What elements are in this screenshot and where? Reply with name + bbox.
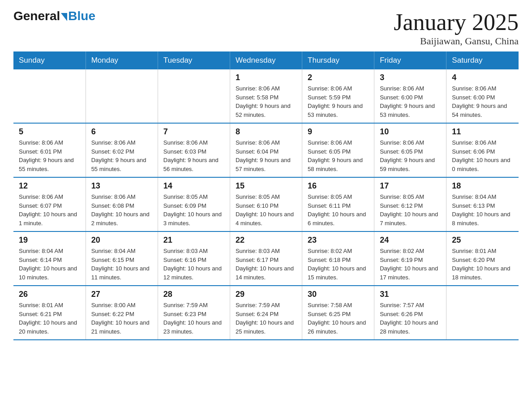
table-row: 10Sunrise: 8:06 AM Sunset: 6:05 PM Dayli…	[374, 123, 446, 177]
table-row: 8Sunrise: 8:06 AM Sunset: 6:04 PM Daylig…	[230, 123, 302, 177]
day-info: Sunrise: 8:01 AM Sunset: 6:20 PM Dayligh…	[452, 247, 513, 282]
day-number: 3	[380, 73, 441, 82]
day-info: Sunrise: 8:06 AM Sunset: 6:03 PM Dayligh…	[163, 138, 224, 173]
day-number: 21	[163, 235, 224, 245]
day-info: Sunrise: 8:04 AM Sunset: 6:14 PM Dayligh…	[19, 247, 80, 282]
logo-arrow-icon	[61, 13, 67, 21]
day-number: 7	[163, 127, 224, 137]
table-row: 15Sunrise: 8:05 AM Sunset: 6:10 PM Dayli…	[230, 177, 302, 231]
table-row: 31Sunrise: 7:57 AM Sunset: 6:26 PM Dayli…	[374, 286, 446, 340]
day-number: 16	[308, 181, 369, 191]
day-number: 14	[163, 181, 224, 191]
table-row: 1Sunrise: 8:06 AM Sunset: 5:58 PM Daylig…	[230, 69, 302, 123]
table-row: 18Sunrise: 8:04 AM Sunset: 6:13 PM Dayli…	[446, 177, 519, 231]
header-tuesday: Tuesday	[158, 51, 230, 69]
day-number: 26	[19, 290, 80, 299]
table-row: 14Sunrise: 8:05 AM Sunset: 6:09 PM Dayli…	[158, 177, 230, 231]
day-number: 31	[380, 290, 441, 299]
day-number: 23	[308, 235, 369, 245]
day-info: Sunrise: 8:02 AM Sunset: 6:19 PM Dayligh…	[380, 247, 441, 282]
logo-blue-text: Blue	[68, 9, 95, 23]
table-row: 25Sunrise: 8:01 AM Sunset: 6:20 PM Dayli…	[446, 231, 519, 286]
table-row: 11Sunrise: 8:06 AM Sunset: 6:06 PM Dayli…	[446, 123, 519, 177]
day-info: Sunrise: 8:06 AM Sunset: 5:58 PM Dayligh…	[236, 84, 296, 119]
table-row	[446, 286, 519, 340]
logo-general-text: General	[13, 9, 60, 23]
day-info: Sunrise: 8:06 AM Sunset: 6:04 PM Dayligh…	[236, 138, 296, 173]
day-number: 22	[236, 235, 296, 245]
day-info: Sunrise: 8:00 AM Sunset: 6:22 PM Dayligh…	[91, 301, 152, 336]
table-row: 7Sunrise: 8:06 AM Sunset: 6:03 PM Daylig…	[158, 123, 230, 177]
header-monday: Monday	[86, 51, 158, 69]
calendar-subtitle: Baijiawan, Gansu, China	[394, 35, 519, 47]
day-number: 8	[236, 127, 296, 137]
table-row: 21Sunrise: 8:03 AM Sunset: 6:16 PM Dayli…	[158, 231, 230, 286]
title-area: January 2025 Baijiawan, Gansu, China	[394, 9, 519, 47]
day-info: Sunrise: 8:01 AM Sunset: 6:21 PM Dayligh…	[19, 301, 80, 336]
page-header: General Blue January 2025 Baijiawan, Gan…	[13, 9, 519, 47]
day-info: Sunrise: 8:06 AM Sunset: 6:05 PM Dayligh…	[308, 138, 369, 173]
day-number: 18	[452, 181, 513, 191]
table-row: 12Sunrise: 8:06 AM Sunset: 6:07 PM Dayli…	[13, 177, 86, 231]
table-row: 2Sunrise: 8:06 AM Sunset: 5:59 PM Daylig…	[302, 69, 374, 123]
day-info: Sunrise: 7:57 AM Sunset: 6:26 PM Dayligh…	[380, 301, 441, 336]
day-info: Sunrise: 8:06 AM Sunset: 6:08 PM Dayligh…	[91, 193, 152, 227]
day-number: 15	[236, 181, 296, 191]
table-row: 5Sunrise: 8:06 AM Sunset: 6:01 PM Daylig…	[13, 123, 86, 177]
table-row: 30Sunrise: 7:58 AM Sunset: 6:25 PM Dayli…	[302, 286, 374, 340]
calendar-week-row: 26Sunrise: 8:01 AM Sunset: 6:21 PM Dayli…	[13, 286, 519, 340]
table-row	[158, 69, 230, 123]
day-number: 28	[163, 290, 224, 299]
day-info: Sunrise: 8:05 AM Sunset: 6:09 PM Dayligh…	[163, 193, 224, 227]
day-info: Sunrise: 7:59 AM Sunset: 6:23 PM Dayligh…	[163, 301, 224, 336]
table-row: 13Sunrise: 8:06 AM Sunset: 6:08 PM Dayli…	[86, 177, 158, 231]
day-info: Sunrise: 8:06 AM Sunset: 6:00 PM Dayligh…	[380, 84, 441, 119]
table-row: 19Sunrise: 8:04 AM Sunset: 6:14 PM Dayli…	[13, 231, 86, 286]
day-info: Sunrise: 8:05 AM Sunset: 6:12 PM Dayligh…	[380, 193, 441, 227]
table-row: 27Sunrise: 8:00 AM Sunset: 6:22 PM Dayli…	[86, 286, 158, 340]
table-row: 29Sunrise: 7:59 AM Sunset: 6:24 PM Dayli…	[230, 286, 302, 340]
calendar-week-row: 1Sunrise: 8:06 AM Sunset: 5:58 PM Daylig…	[13, 69, 519, 123]
calendar-table: Sunday Monday Tuesday Wednesday Thursday…	[13, 51, 519, 340]
table-row: 6Sunrise: 8:06 AM Sunset: 6:02 PM Daylig…	[86, 123, 158, 177]
table-row	[13, 69, 86, 123]
header-sunday: Sunday	[13, 51, 86, 69]
header-thursday: Thursday	[302, 51, 374, 69]
day-info: Sunrise: 8:06 AM Sunset: 6:05 PM Dayligh…	[380, 138, 441, 173]
day-info: Sunrise: 8:04 AM Sunset: 6:15 PM Dayligh…	[91, 247, 152, 282]
day-info: Sunrise: 8:06 AM Sunset: 6:02 PM Dayligh…	[91, 138, 152, 173]
header-friday: Friday	[374, 51, 446, 69]
table-row: 17Sunrise: 8:05 AM Sunset: 6:12 PM Dayli…	[374, 177, 446, 231]
table-row: 3Sunrise: 8:06 AM Sunset: 6:00 PM Daylig…	[374, 69, 446, 123]
table-row: 9Sunrise: 8:06 AM Sunset: 6:05 PM Daylig…	[302, 123, 374, 177]
day-number: 27	[91, 290, 152, 299]
day-number: 17	[380, 181, 441, 191]
day-info: Sunrise: 8:03 AM Sunset: 6:17 PM Dayligh…	[236, 247, 296, 282]
day-info: Sunrise: 8:06 AM Sunset: 6:07 PM Dayligh…	[19, 193, 80, 227]
calendar-header-row: Sunday Monday Tuesday Wednesday Thursday…	[13, 51, 519, 69]
day-number: 29	[236, 290, 296, 299]
day-number: 4	[452, 73, 513, 82]
day-number: 5	[19, 127, 80, 137]
logo: General Blue	[13, 9, 95, 23]
day-info: Sunrise: 8:04 AM Sunset: 6:13 PM Dayligh…	[452, 193, 513, 227]
day-info: Sunrise: 8:06 AM Sunset: 5:59 PM Dayligh…	[308, 84, 369, 119]
day-number: 24	[380, 235, 441, 245]
day-info: Sunrise: 8:06 AM Sunset: 6:00 PM Dayligh…	[452, 84, 513, 119]
table-row: 16Sunrise: 8:05 AM Sunset: 6:11 PM Dayli…	[302, 177, 374, 231]
day-number: 12	[19, 181, 80, 191]
table-row: 28Sunrise: 7:59 AM Sunset: 6:23 PM Dayli…	[158, 286, 230, 340]
header-wednesday: Wednesday	[230, 51, 302, 69]
table-row: 24Sunrise: 8:02 AM Sunset: 6:19 PM Dayli…	[374, 231, 446, 286]
day-info: Sunrise: 8:02 AM Sunset: 6:18 PM Dayligh…	[308, 247, 369, 282]
day-number: 13	[91, 181, 152, 191]
calendar-week-row: 5Sunrise: 8:06 AM Sunset: 6:01 PM Daylig…	[13, 123, 519, 177]
day-info: Sunrise: 8:03 AM Sunset: 6:16 PM Dayligh…	[163, 247, 224, 282]
day-info: Sunrise: 8:05 AM Sunset: 6:11 PM Dayligh…	[308, 193, 369, 227]
day-number: 10	[380, 127, 441, 137]
day-info: Sunrise: 8:05 AM Sunset: 6:10 PM Dayligh…	[236, 193, 296, 227]
table-row: 23Sunrise: 8:02 AM Sunset: 6:18 PM Dayli…	[302, 231, 374, 286]
table-row: 22Sunrise: 8:03 AM Sunset: 6:17 PM Dayli…	[230, 231, 302, 286]
calendar-title: January 2025	[394, 9, 519, 35]
day-number: 9	[308, 127, 369, 137]
